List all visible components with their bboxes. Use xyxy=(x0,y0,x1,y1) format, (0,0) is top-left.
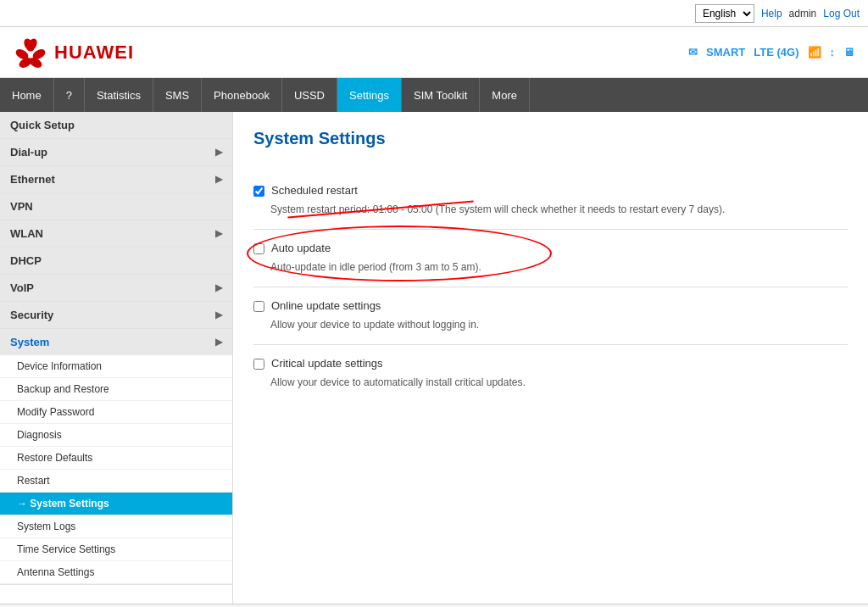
nav-item-statistics[interactable]: Statistics xyxy=(85,78,153,112)
setting-label-scheduled_restart: Scheduled restart xyxy=(271,184,358,197)
sidebar-sub-item-diagnosis[interactable]: Diagnosis xyxy=(0,424,232,447)
sidebar-section-quick-setup: Quick Setup xyxy=(0,112,232,139)
sidebar-section-voip: VoIP▶ xyxy=(0,275,232,302)
nav-item-home[interactable]: Home xyxy=(0,78,54,112)
help-link[interactable]: Help xyxy=(761,8,782,19)
sidebar-sub-item-antenna-settings[interactable]: Antenna Settings xyxy=(0,561,232,584)
sidebar-header-dial-up[interactable]: Dial-up▶ xyxy=(0,139,232,165)
setting-description-auto_update: Auto-update in idle period (from 3 am to… xyxy=(270,259,848,275)
nav-item-sms[interactable]: SMS xyxy=(153,78,202,112)
sidebar-sub-item-restart[interactable]: Restart xyxy=(0,470,232,493)
data-transfer-icon: ↕ xyxy=(830,46,836,58)
language-select[interactable]: English xyxy=(695,4,754,23)
setting-section-online_update: Online update settingsAllow your device … xyxy=(253,287,848,344)
sidebar-header-dhcp[interactable]: DHCP xyxy=(0,248,232,274)
setting-row-online_update: Online update settings xyxy=(253,299,848,312)
smart-label: SMART xyxy=(706,46,745,58)
sidebar-header-quick-setup[interactable]: Quick Setup xyxy=(0,112,232,138)
sidebar-header-system[interactable]: System▶ xyxy=(0,329,232,355)
nav-item-settings[interactable]: Settings xyxy=(337,78,402,112)
checkbox-online_update[interactable] xyxy=(253,301,264,312)
setting-description-scheduled_restart: System restart period: 01:00 - 05:00 (Th… xyxy=(270,202,848,217)
status-icons-area: ✉ SMART LTE (4G) 📶 ↕ 🖥 xyxy=(688,46,854,58)
main-layout: Quick SetupDial-up▶Ethernet▶VPNWLAN▶DHCP… xyxy=(0,112,868,604)
logo-area: HUAWEI xyxy=(14,37,134,68)
setting-description-online_update: Allow your device to update without logg… xyxy=(270,317,848,332)
sidebar-sub-item-restore-defaults[interactable]: Restore Defaults xyxy=(0,447,232,470)
sidebar-section-dhcp: DHCP xyxy=(0,248,232,275)
nav-item-phonebook[interactable]: Phonebook xyxy=(202,78,282,112)
admin-label: admin xyxy=(789,8,817,19)
sidebar-sub-item-backup-and-restore[interactable]: Backup and Restore xyxy=(0,378,232,401)
logout-link[interactable]: Log Out xyxy=(823,8,860,19)
nav-item-more[interactable]: More xyxy=(480,78,530,112)
sidebar-section-system: System▶Device InformationBackup and Rest… xyxy=(0,329,232,585)
setting-label-online_update: Online update settings xyxy=(271,299,381,312)
top-bar-right: English Help admin Log Out xyxy=(695,4,860,23)
sidebar-section-dial-up: Dial-up▶ xyxy=(0,139,232,166)
sidebar-header-security[interactable]: Security▶ xyxy=(0,302,232,328)
page-title: System Settings xyxy=(253,129,848,155)
top-bar: English Help admin Log Out xyxy=(0,0,868,27)
huawei-logo-icon xyxy=(14,37,47,68)
sidebar-section-security: Security▶ xyxy=(0,302,232,329)
sidebar: Quick SetupDial-up▶Ethernet▶VPNWLAN▶DHCP… xyxy=(0,112,233,604)
nav-item-sim-toolkit[interactable]: SIM Toolkit xyxy=(402,78,480,112)
sidebar-sub-item-device-information[interactable]: Device Information xyxy=(0,355,232,378)
setting-section-critical_update: Critical update settingsAllow your devic… xyxy=(253,344,848,402)
setting-description-critical_update: Allow your device to automatically insta… xyxy=(270,375,848,390)
sidebar-sub-item-modify-password[interactable]: Modify Password xyxy=(0,401,232,424)
sidebar-header-wlan[interactable]: WLAN▶ xyxy=(0,220,232,247)
setting-row-scheduled_restart: Scheduled restart xyxy=(253,184,848,197)
setting-section-auto_update: Auto updateAuto-update in idle period (f… xyxy=(253,229,848,287)
sidebar-section-wlan: WLAN▶ xyxy=(0,220,232,248)
setting-label-critical_update: Critical update settings xyxy=(271,357,383,370)
sidebar-sub-item-system-logs[interactable]: System Logs xyxy=(0,515,232,538)
setting-label-auto_update: Auto update xyxy=(271,242,331,254)
sidebar-header-ethernet[interactable]: Ethernet▶ xyxy=(0,166,232,192)
sidebar-sub-item-time-service-settings[interactable]: Time Service Settings xyxy=(0,538,232,561)
checkbox-auto_update[interactable] xyxy=(253,243,264,254)
sidebar-section-ethernet: Ethernet▶ xyxy=(0,166,232,193)
nav-item-ussd[interactable]: USSD xyxy=(282,78,337,112)
sidebar-section-vpn: VPN xyxy=(0,193,232,220)
nav-item--[interactable]: ? xyxy=(54,78,85,112)
signal-icon: 📶 xyxy=(808,46,821,58)
sidebar-header-voip[interactable]: VoIP▶ xyxy=(0,275,232,301)
checkbox-critical_update[interactable] xyxy=(253,359,264,370)
settings-sections: Scheduled restartSystem restart period: … xyxy=(253,172,848,402)
lte-label: LTE (4G) xyxy=(754,46,798,58)
monitor-icon: 🖥 xyxy=(843,46,854,58)
nav-bar: Home?StatisticsSMSPhonebookUSSDSettingsS… xyxy=(0,78,868,112)
brand-name: HUAWEI xyxy=(54,42,134,64)
setting-row-critical_update: Critical update settings xyxy=(253,357,848,370)
sidebar-header-vpn[interactable]: VPN xyxy=(0,193,232,220)
mail-icon: ✉ xyxy=(688,46,698,58)
footer: Privacy Policy | 🔴 Copyright © 2006-2017… xyxy=(0,604,868,607)
logo-bar: HUAWEI ✉ SMART LTE (4G) 📶 ↕ 🖥 xyxy=(0,27,868,78)
checkbox-scheduled_restart[interactable] xyxy=(253,186,264,197)
setting-section-scheduled_restart: Scheduled restartSystem restart period: … xyxy=(253,172,848,229)
content-area: System Settings Scheduled restartSystem … xyxy=(233,112,868,604)
sidebar-sub-item---system-settings[interactable]: → System Settings xyxy=(0,493,232,515)
setting-row-auto_update: Auto update xyxy=(253,242,848,254)
